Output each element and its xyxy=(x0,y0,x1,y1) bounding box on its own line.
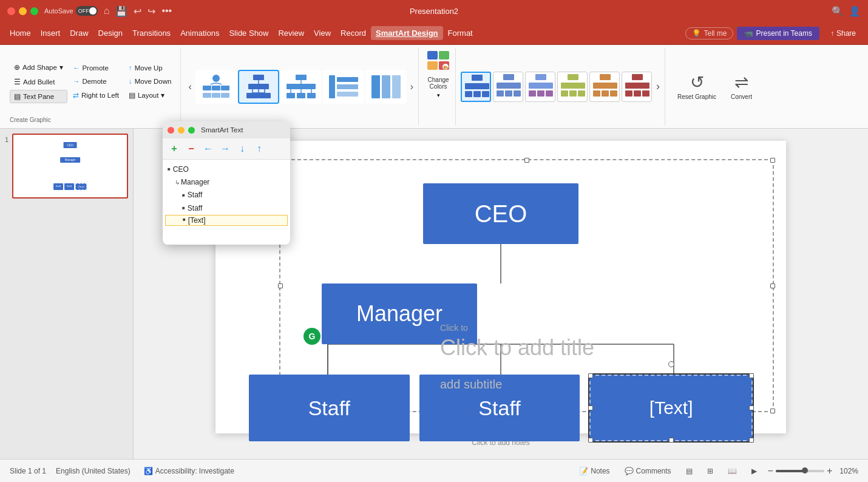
text-box-handle-tr[interactable] xyxy=(749,373,754,378)
slide-thumbnail-1[interactable]: CEO Manager Staff Staff [Text] xyxy=(12,134,128,199)
reading-view-button[interactable]: 📖 xyxy=(724,466,741,477)
panel-add-btn[interactable]: + xyxy=(168,142,181,155)
handle-tm[interactable] xyxy=(524,158,529,163)
text-box-handle-mr[interactable] xyxy=(749,406,754,410)
staff-box-2[interactable]: Staff xyxy=(419,375,580,441)
zoom-level[interactable]: 102% xyxy=(839,467,858,475)
promote-button[interactable]: ← Promote xyxy=(69,62,123,74)
menu-insert[interactable]: Insert xyxy=(36,26,66,40)
move-up-button[interactable]: ↑ Move Up xyxy=(124,62,175,74)
handle-mr[interactable] xyxy=(770,283,775,288)
style-thumb-6[interactable] xyxy=(622,72,652,102)
zoom-in-button[interactable]: + xyxy=(827,466,832,477)
tree-item-text[interactable]: ■ xyxy=(165,215,288,226)
slide-sorter-button[interactable]: ⊞ xyxy=(704,466,717,477)
style-thumb-4[interactable] xyxy=(557,72,588,102)
more-icon[interactable]: ••• xyxy=(161,5,172,16)
panel-close[interactable] xyxy=(168,127,174,134)
text-box-handle-ml[interactable] xyxy=(588,406,593,410)
grammarly-button[interactable]: G xyxy=(303,328,320,345)
add-shape-button[interactable]: ⊕ Add Shape ▾ xyxy=(10,61,67,74)
save-icon[interactable]: 💾 xyxy=(115,5,127,17)
layout-thumb-1[interactable] xyxy=(195,70,237,104)
handle-tr[interactable] xyxy=(770,158,775,163)
menu-view[interactable]: View xyxy=(309,26,336,40)
rotate-handle[interactable] xyxy=(668,361,674,367)
zoom-slider-thumb[interactable] xyxy=(802,467,808,474)
text-box-handle-bm[interactable] xyxy=(669,438,674,443)
reset-graphic-button[interactable]: ↺ Reset Graphic xyxy=(673,70,721,103)
share-button[interactable]: ↑ Share xyxy=(823,27,863,40)
style-thumb-1[interactable] xyxy=(461,72,491,102)
undo-icon[interactable]: ↩ xyxy=(134,5,141,17)
normal-view-button[interactable]: ▤ xyxy=(682,466,696,477)
tree-item-ceo[interactable]: ■ CEO xyxy=(165,163,288,176)
layout-thumb-2[interactable] xyxy=(238,70,279,104)
staff-box-1[interactable]: Staff xyxy=(249,375,410,441)
accessibility-button[interactable]: ♿ Accessibility: Investigate xyxy=(140,466,238,477)
handle-ml[interactable] xyxy=(278,283,283,288)
autosave-pill[interactable]: OFF xyxy=(76,6,98,16)
autosave-toggle[interactable]: AutoSave OFF xyxy=(44,6,98,16)
styles-scroll-right[interactable]: › xyxy=(654,72,662,102)
present-teams-button[interactable]: 📹 Present in Teams xyxy=(737,27,819,40)
slide-canvas[interactable]: CEO Manager Staff Staff [Text] xyxy=(215,141,786,433)
text-box[interactable]: [Text] xyxy=(589,375,753,441)
style-thumb-2[interactable] xyxy=(493,72,523,102)
menu-animations[interactable]: Animations xyxy=(175,26,224,40)
panel-up-btn[interactable]: ↑ xyxy=(253,142,266,155)
manager-box[interactable]: Manager xyxy=(322,283,477,344)
menu-home[interactable]: Home xyxy=(5,26,36,40)
zoom-slider[interactable] xyxy=(776,470,824,472)
style-thumb-5[interactable] xyxy=(589,72,620,102)
add-bullet-button[interactable]: ☰ Add Bullet xyxy=(10,75,67,89)
text-tree-input[interactable] xyxy=(188,216,285,225)
notes-button[interactable]: 📝 Notes xyxy=(575,466,613,477)
tree-item-staff-2[interactable]: ■ Staff xyxy=(165,202,288,215)
change-colors-section[interactable]: 🎨 Change Colors ▾ xyxy=(421,47,456,126)
minimize-button[interactable] xyxy=(19,7,27,15)
layouts-scroll-left[interactable]: ‹ xyxy=(186,80,194,93)
menu-transitions[interactable]: Transitions xyxy=(127,26,175,40)
handle-br[interactable] xyxy=(770,409,775,413)
home-icon[interactable]: ⌂ xyxy=(104,5,110,16)
menu-slideshow[interactable]: Slide Show xyxy=(224,26,273,40)
panel-left-btn[interactable]: ← xyxy=(202,142,215,155)
text-pane-button[interactable]: ▤ Text Pane xyxy=(10,90,67,103)
ceo-box[interactable]: CEO xyxy=(423,183,578,244)
right-to-left-button[interactable]: ⇄ Right to Left xyxy=(69,89,123,102)
zoom-out-button[interactable]: − xyxy=(768,466,773,477)
menu-draw[interactable]: Draw xyxy=(65,26,93,40)
share-icon-titlebar[interactable]: 👤 xyxy=(849,5,861,17)
panel-minimize[interactable] xyxy=(178,127,185,134)
layout-thumb-3[interactable] xyxy=(280,70,322,104)
search-icon[interactable]: 🔍 xyxy=(832,5,844,17)
menu-format[interactable]: Format xyxy=(443,26,478,40)
move-down-button[interactable]: ↓ Move Down xyxy=(124,75,175,87)
panel-down-btn[interactable]: ↓ xyxy=(236,142,249,155)
text-box-handle-bl[interactable] xyxy=(588,438,593,443)
menu-smartart-design[interactable]: SmartArt Design xyxy=(371,26,443,40)
panel-remove-btn[interactable]: − xyxy=(185,142,198,155)
tree-item-staff-1[interactable]: ■ Staff xyxy=(165,189,288,202)
close-button[interactable] xyxy=(7,7,15,15)
convert-button[interactable]: ⇌ Convert xyxy=(726,70,757,103)
text-box-handle-br[interactable] xyxy=(749,438,754,443)
menu-design[interactable]: Design xyxy=(93,26,127,40)
tell-me-input[interactable]: 💡 Tell me xyxy=(685,27,733,39)
comments-button[interactable]: 💬 Comments xyxy=(621,466,675,477)
menu-record[interactable]: Record xyxy=(336,26,371,40)
panel-right-btn[interactable]: → xyxy=(219,142,232,155)
layout-button[interactable]: ▤ Layout ▾ xyxy=(124,89,175,102)
redo-icon[interactable]: ↪ xyxy=(147,5,155,17)
text-box-handle-tl[interactable] xyxy=(588,373,593,378)
menu-review[interactable]: Review xyxy=(273,26,309,40)
slideshow-button[interactable]: ▶ xyxy=(748,466,761,477)
style-thumb-3[interactable] xyxy=(525,72,555,102)
layout-thumb-4[interactable] xyxy=(323,70,364,104)
panel-maximize[interactable] xyxy=(188,127,195,134)
layouts-scroll-right[interactable]: › xyxy=(408,80,416,93)
maximize-button[interactable] xyxy=(30,7,38,15)
tree-item-manager[interactable]: ↳ Manager xyxy=(165,176,288,189)
layout-thumb-5[interactable] xyxy=(365,70,407,104)
